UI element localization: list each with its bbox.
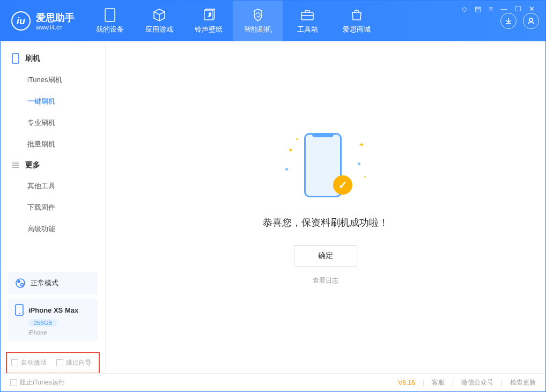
download-icon[interactable] bbox=[500, 13, 517, 29]
footer: 阻止iTunes运行 V8.16 | 客服 | 微信公众号 | 检查更新 bbox=[1, 373, 545, 391]
success-message: 恭喜您，保资料刷机成功啦！ bbox=[263, 216, 388, 229]
device-icon bbox=[102, 8, 117, 23]
svg-point-8 bbox=[19, 313, 20, 314]
user-icon[interactable] bbox=[523, 13, 539, 29]
sidebar-item-download-fw[interactable]: 下载固件 bbox=[1, 197, 105, 218]
device-capacity: 256GB bbox=[28, 319, 57, 327]
skin-icon[interactable]: ◇ bbox=[462, 5, 467, 13]
main-content: ✦ ✓ ✦ 恭喜您，保资料刷机成功啦！ 确定 查看日志 bbox=[106, 41, 545, 374]
nav-tab-device[interactable]: 我的设备 bbox=[85, 1, 135, 41]
svg-rect-3 bbox=[12, 54, 19, 63]
status-box[interactable]: 正常模式 bbox=[8, 272, 98, 294]
sidebar-item-batch-flash[interactable]: 批量刷机 bbox=[1, 134, 105, 155]
svg-point-4 bbox=[16, 279, 25, 287]
app-logo: iu 爱思助手 www.i4.cn bbox=[1, 11, 85, 31]
checkbox-auto-activate[interactable]: 自动激活 bbox=[11, 358, 47, 367]
nav-tabs: 我的设备 应用游戏 铃声壁纸 智能刷机 工具箱 爱思商城 bbox=[85, 1, 381, 41]
svg-point-5 bbox=[18, 280, 20, 283]
maximize-icon[interactable]: ☐ bbox=[515, 5, 521, 13]
device-name-label: iPhone XS Max bbox=[28, 306, 78, 314]
status-icon bbox=[14, 277, 26, 289]
sidebar-item-itunes-flash[interactable]: iTunes刷机 bbox=[1, 69, 105, 91]
checkbox-icon bbox=[10, 379, 17, 386]
nav-tab-toolbox[interactable]: 工具箱 bbox=[283, 1, 332, 41]
confirm-button[interactable]: 确定 bbox=[294, 245, 357, 267]
music-icon bbox=[201, 8, 216, 23]
sidebar-section-more: 更多 bbox=[1, 155, 105, 175]
device-type: iPhone bbox=[28, 329, 91, 336]
svg-point-6 bbox=[21, 284, 24, 286]
refresh-icon bbox=[250, 8, 265, 23]
version-label: V8.16 bbox=[398, 379, 415, 387]
sidebar-item-advanced[interactable]: 高级功能 bbox=[1, 218, 105, 240]
device-box[interactable]: iPhone XS Max 256GB iPhone bbox=[8, 299, 98, 341]
checkbox-skip-guide[interactable]: 跳过向导 bbox=[56, 358, 92, 367]
window-controls: ◇ ▤ ≡ — ☐ ✕ bbox=[462, 5, 535, 13]
checkbox-icon bbox=[56, 359, 63, 366]
success-illustration: ✦ ✓ ✦ bbox=[283, 130, 368, 200]
svg-point-2 bbox=[529, 18, 533, 21]
footer-link-wechat[interactable]: 微信公众号 bbox=[461, 378, 493, 387]
check-badge-icon: ✓ bbox=[333, 175, 352, 195]
cube-icon bbox=[152, 8, 167, 23]
header-right: ◇ ▤ ≡ — ☐ ✕ bbox=[500, 13, 545, 29]
toolbox-icon bbox=[300, 8, 315, 23]
sidebar-item-pro-flash[interactable]: 专业刷机 bbox=[1, 112, 105, 134]
settings-icon[interactable]: ≡ bbox=[489, 5, 493, 13]
nav-tab-apps[interactable]: 应用游戏 bbox=[135, 1, 184, 41]
checkbox-icon bbox=[11, 359, 18, 366]
nav-tab-flash[interactable]: 智能刷机 bbox=[233, 1, 283, 41]
sidebar-item-other-tools[interactable]: 其他工具 bbox=[1, 175, 105, 197]
checkbox-block-itunes[interactable]: 阻止iTunes运行 bbox=[10, 378, 65, 387]
nav-tab-shop[interactable]: 爱思商城 bbox=[332, 1, 381, 41]
app-url: www.i4.cn bbox=[36, 24, 75, 31]
sidebar: 刷机 iTunes刷机 一键刷机 专业刷机 批量刷机 更多 其他工具 下载固件 … bbox=[1, 41, 106, 374]
sidebar-item-oneclick-flash[interactable]: 一键刷机 bbox=[1, 91, 105, 112]
device-phone-icon bbox=[14, 304, 24, 316]
svg-rect-1 bbox=[301, 12, 313, 20]
footer-link-support[interactable]: 客服 bbox=[432, 378, 445, 387]
logo-icon: iu bbox=[11, 11, 31, 31]
phone-icon bbox=[11, 53, 20, 64]
nav-tab-ringtone[interactable]: 铃声壁纸 bbox=[184, 1, 233, 41]
highlighted-options: 自动激活 跳过向导 bbox=[6, 352, 100, 374]
app-name: 爱思助手 bbox=[36, 11, 75, 24]
minimize-icon[interactable]: — bbox=[500, 5, 507, 13]
shop-icon bbox=[349, 8, 364, 23]
app-header: iu 爱思助手 www.i4.cn 我的设备 应用游戏 铃声壁纸 智能刷机 工具… bbox=[1, 1, 545, 41]
menu-icon[interactable]: ▤ bbox=[475, 5, 481, 13]
close-icon[interactable]: ✕ bbox=[529, 5, 535, 13]
list-icon bbox=[11, 161, 20, 169]
svg-rect-0 bbox=[105, 9, 115, 21]
sidebar-section-flash: 刷机 bbox=[1, 48, 105, 69]
footer-link-update[interactable]: 检查更新 bbox=[510, 378, 536, 387]
status-label: 正常模式 bbox=[31, 278, 58, 288]
view-log-link[interactable]: 查看日志 bbox=[313, 276, 338, 285]
